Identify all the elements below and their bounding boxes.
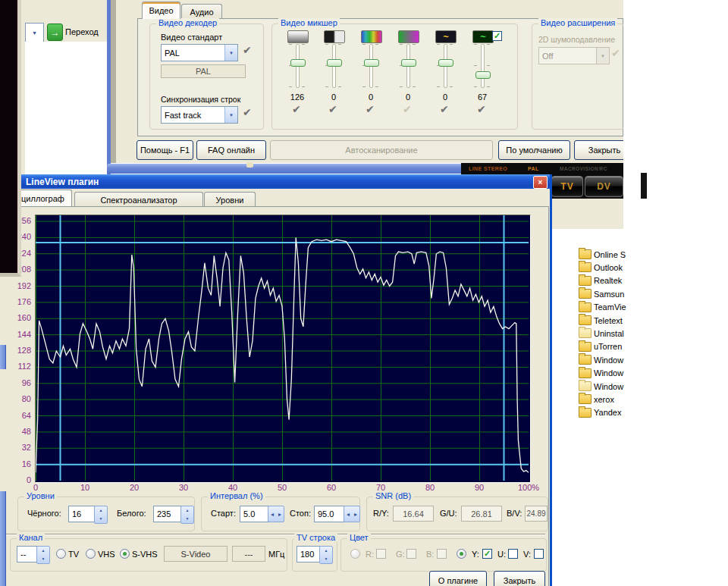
folder-item[interactable]: uTorren <box>579 342 622 352</box>
folder-item[interactable]: Outlook <box>579 262 623 272</box>
mixer-slider[interactable]: ~0✔ <box>427 29 463 127</box>
slider-thumb[interactable] <box>401 59 416 67</box>
folder-item[interactable]: TeamVie <box>579 302 626 312</box>
tab-spectrum-analyzer[interactable]: Спектроанализатор <box>74 192 203 207</box>
defaults-button[interactable]: По умолчанию <box>498 140 570 160</box>
titlebar[interactable]: LineView плагин <box>0 174 550 189</box>
v-checkbox[interactable] <box>534 549 544 559</box>
tv-line-spinner[interactable]: ▲▼ <box>319 546 333 564</box>
close-settings-button[interactable]: Закрыть <box>574 140 623 160</box>
u-checkbox[interactable] <box>508 549 518 559</box>
folder-item[interactable]: Online S <box>579 249 626 259</box>
apply-check-icon[interactable]: ✔ <box>477 103 486 115</box>
slider-tick <box>302 44 305 45</box>
start-field[interactable]: 5.0 <box>240 506 271 522</box>
video-standard-select[interactable]: PAL ▼ <box>161 44 238 61</box>
tv-line-field[interactable]: 180 <box>297 546 322 562</box>
slider-thumb[interactable] <box>475 71 491 79</box>
folder-item[interactable]: Teletext <box>579 315 623 325</box>
chevron-down-icon[interactable]: ▼ <box>224 107 237 123</box>
slider-value: 126 <box>279 92 315 102</box>
slider-thumb[interactable] <box>364 59 379 67</box>
sync-label: Синхронизация строк <box>161 95 240 104</box>
frequency-value: --- <box>245 550 253 559</box>
go-button[interactable]: → <box>47 24 63 41</box>
folder-item[interactable]: Window <box>579 368 623 378</box>
white-level-spinner[interactable]: ▲▼ <box>180 506 194 524</box>
sync-select[interactable]: Fast track ▼ <box>161 106 238 124</box>
mixer-slider[interactable]: 0✔ <box>390 29 426 127</box>
close-plugin-button[interactable]: Закрыть <box>494 571 545 586</box>
folder-label: TeamVie <box>594 302 626 312</box>
mixer-slider[interactable]: 126✔ <box>279 29 315 127</box>
frequency-unit-label: МГц <box>268 550 284 559</box>
stop-spinner[interactable]: ◂▸ <box>344 506 360 522</box>
radio-rgb[interactable] <box>350 549 360 559</box>
folder-label: Realtek <box>594 276 622 285</box>
apply-check-icon[interactable]: ✔ <box>292 103 301 115</box>
bv-label: B/V: <box>507 509 522 518</box>
apply-check-icon[interactable]: ✔ <box>328 103 337 115</box>
channel-dropdown-button[interactable]: ▼ <box>25 23 44 42</box>
start-spinner[interactable]: ◂▸ <box>268 506 284 522</box>
tv-button-label: TV <box>560 181 573 192</box>
tab-levels[interactable]: Уровни <box>204 192 256 207</box>
apply-check-icon[interactable]: ✔ <box>403 103 412 115</box>
mixer-checkbox[interactable]: ✓ <box>492 31 502 41</box>
black-level-field[interactable]: 16 <box>68 506 97 522</box>
radio-vhs[interactable] <box>86 549 96 559</box>
tab-video[interactable]: Видео <box>142 2 180 19</box>
folder-item[interactable]: Yandex <box>579 408 622 418</box>
slider-tick <box>474 44 477 45</box>
mixer-slider[interactable]: 0✔ <box>353 29 389 127</box>
folder-item[interactable]: Window <box>579 355 623 365</box>
folder-item[interactable]: Window <box>579 381 623 391</box>
mixer-slider[interactable]: 0✔ <box>315 29 352 127</box>
white-level-field[interactable]: 235 <box>153 506 184 522</box>
help-button[interactable]: Помощь - F1 <box>136 140 193 160</box>
y-checkbox[interactable]: ✓ <box>482 549 492 559</box>
apply-check-icon[interactable]: ✔ <box>440 103 449 115</box>
slider-tick <box>437 44 440 45</box>
radio-svhs-label: S-VHS <box>132 550 158 559</box>
black-level-spinner[interactable]: ▲▼ <box>94 506 108 524</box>
radio-yuv[interactable] <box>457 549 466 559</box>
faq-button[interactable]: FAQ онлайн <box>196 140 266 160</box>
radio-tv[interactable] <box>56 549 66 559</box>
apply-check-icon[interactable]: ✔ <box>366 103 375 115</box>
dv-button[interactable]: DV <box>585 176 623 197</box>
close-icon[interactable]: × <box>533 176 548 189</box>
apply-check-icon[interactable]: ✔ <box>243 44 252 56</box>
folder-icon <box>579 302 592 312</box>
slider-thumb[interactable] <box>290 59 306 67</box>
slider-tick <box>289 86 292 87</box>
y-label: Y: <box>472 550 479 559</box>
slider-tick <box>302 86 305 87</box>
separator <box>0 534 545 535</box>
mixer-slider[interactable]: ~✓67✔ <box>464 29 500 127</box>
stop-field[interactable]: 95.0 <box>314 506 347 522</box>
folder-item[interactable]: Realtek <box>579 276 622 286</box>
black-level-value: 16 <box>72 509 81 519</box>
gu-label: G/U: <box>440 509 457 518</box>
folder-item[interactable]: Uninstal <box>579 328 624 338</box>
about-plugin-button[interactable]: О плагине <box>429 571 487 586</box>
radio-svhs[interactable] <box>120 549 130 559</box>
folder-item[interactable]: xerox <box>579 394 614 404</box>
tv-button[interactable]: TV <box>551 176 583 197</box>
b-checkbox <box>437 549 447 559</box>
apply-check-icon[interactable]: ✔ <box>243 106 252 118</box>
folder-label: Outlook <box>594 263 623 272</box>
channel-spinner[interactable]: ▲▼ <box>36 546 50 564</box>
y-axis-tick-label: 80 <box>4 394 31 403</box>
slider-thumb[interactable] <box>438 59 453 67</box>
standard-readout-field: PAL <box>161 64 246 78</box>
channel-value: -- <box>20 550 26 559</box>
chevron-down-icon[interactable]: ▼ <box>224 45 237 61</box>
folder-item[interactable]: Samsun <box>579 289 624 299</box>
r-label: R: <box>366 550 374 559</box>
folder-label: Window <box>594 368 623 378</box>
tab-audio[interactable]: Аудио <box>181 4 222 19</box>
autoscan-button: Автосканирование <box>270 140 493 160</box>
slider-thumb[interactable] <box>327 59 342 67</box>
